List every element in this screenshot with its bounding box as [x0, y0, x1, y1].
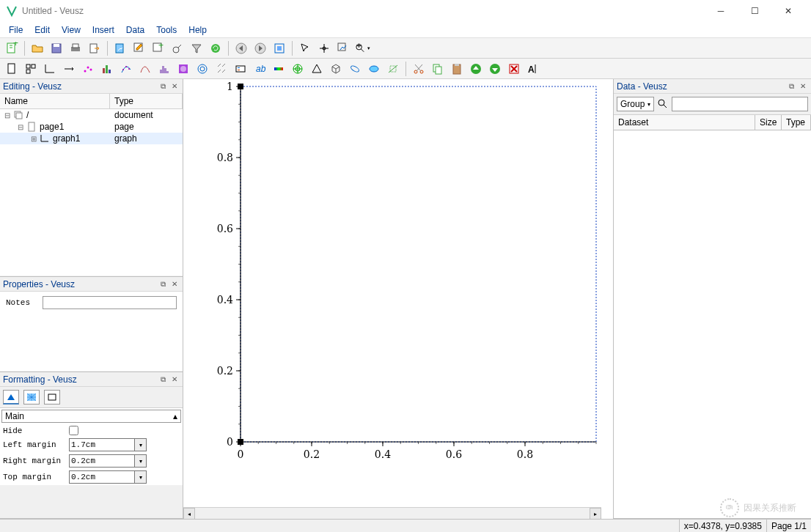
formatting-undock-button[interactable]: ⧉ [158, 374, 168, 385]
add-graph-button[interactable] [41, 60, 59, 78]
import-data-button[interactable] [111, 40, 129, 57]
add-covariance-button[interactable] [346, 60, 364, 78]
zoom-graph-tool[interactable] [334, 40, 352, 57]
select-tool[interactable] [296, 40, 314, 57]
menu-insert[interactable]: Insert [87, 23, 120, 37]
create-data-button[interactable]: + [150, 40, 167, 57]
add-xy-button[interactable] [79, 60, 97, 78]
capture-button[interactable] [169, 40, 186, 57]
prev-page-button[interactable] [232, 40, 250, 57]
right-margin-input[interactable] [69, 454, 135, 468]
tree-toggle[interactable]: ⊞ [29, 135, 38, 143]
add-shape-button[interactable] [365, 60, 383, 78]
data-close-button[interactable]: ✕ [798, 81, 808, 92]
tree-header-name[interactable]: Name [0, 94, 110, 108]
rename-button[interactable]: A [524, 60, 542, 78]
save-button[interactable] [48, 40, 65, 57]
add-histogram-button[interactable] [155, 60, 173, 78]
formatting-section-main[interactable]: Main▴ [1, 410, 181, 423]
tree-row-root[interactable]: ⊟/document [0, 109, 183, 121]
hide-checkbox[interactable] [69, 426, 78, 435]
add-axis-button[interactable] [60, 60, 78, 78]
add-ternary-button[interactable] [308, 60, 326, 78]
scroll-right-button[interactable]: ▸ [590, 508, 601, 519]
add-polar-button[interactable] [289, 60, 307, 78]
plot-canvas[interactable]: 00.20.40.60.800.20.40.60.81 ◂ ▸ [183, 79, 613, 519]
data-panel-title: Data - Veusz [617, 81, 785, 92]
copy-button[interactable] [429, 60, 447, 78]
right-margin-dropdown[interactable]: ▾ [135, 454, 147, 468]
menu-data[interactable]: Data [120, 23, 150, 37]
export-button[interactable] [86, 40, 103, 57]
toolbar-main: + + +▾ [0, 38, 811, 59]
data-table-header: Dataset Size Type [614, 115, 811, 130]
top-margin-dropdown[interactable]: ▾ [135, 470, 147, 484]
data-header-dataset[interactable]: Dataset [614, 115, 755, 130]
scroll-left-button[interactable]: ◂ [183, 508, 195, 519]
open-button[interactable] [29, 40, 46, 57]
left-margin-dropdown[interactable]: ▾ [135, 438, 147, 451]
top-margin-input[interactable] [69, 470, 135, 484]
add-vector-button[interactable] [213, 60, 230, 78]
filter-button[interactable] [188, 40, 205, 57]
paste-button[interactable] [448, 60, 466, 78]
menu-tools[interactable]: Tools [150, 23, 183, 37]
reload-button[interactable] [207, 40, 224, 57]
editing-close-button[interactable]: ✕ [169, 81, 180, 92]
data-header-size[interactable]: Size [755, 115, 782, 130]
menu-file[interactable]: File [3, 23, 29, 37]
edit-data-button[interactable] [131, 40, 148, 57]
minimize-button[interactable]: ─ [704, 0, 738, 22]
add-line-button[interactable] [384, 60, 402, 78]
data-undock-button[interactable]: ⧉ [786, 81, 796, 92]
read-values-tool[interactable] [315, 40, 333, 57]
add-grid-button[interactable] [22, 60, 40, 78]
tree-header-type[interactable]: Type [110, 94, 183, 108]
move-down-button[interactable] [486, 60, 504, 78]
add-page-button[interactable] [3, 60, 21, 78]
menu-view[interactable]: View [56, 23, 87, 37]
notes-input[interactable] [43, 296, 177, 309]
data-header-type[interactable]: Type [782, 115, 811, 130]
tree-toggle[interactable]: ⊟ [3, 111, 12, 119]
add-key-button[interactable] [232, 60, 249, 78]
delete-button[interactable] [505, 60, 523, 78]
maximize-button[interactable]: ☐ [738, 0, 771, 22]
add-label-button[interactable]: ab [251, 60, 268, 78]
formatting-close-button[interactable]: ✕ [169, 374, 180, 385]
formatting-tab-background[interactable] [23, 390, 40, 404]
tree-row-graph1[interactable]: ⊞graph1graph [0, 133, 183, 144]
svg-text:0.2: 0.2 [217, 365, 233, 377]
formatting-tab-main[interactable] [3, 390, 19, 404]
add-bar-button[interactable] [98, 60, 116, 78]
left-margin-input[interactable] [69, 438, 135, 451]
print-button[interactable] [67, 40, 84, 57]
properties-close-button[interactable]: ✕ [169, 279, 180, 289]
tree-toggle[interactable]: ⊟ [16, 123, 25, 131]
move-up-button[interactable] [467, 60, 485, 78]
data-search-input[interactable] [672, 97, 808, 111]
menu-help[interactable]: Help [183, 23, 213, 37]
tree-row-page1[interactable]: ⊟page1page [0, 121, 183, 133]
zoom-menu-button[interactable]: +▾ [353, 40, 371, 57]
cut-button[interactable] [410, 60, 427, 78]
next-page-button[interactable] [252, 40, 269, 57]
properties-undock-button[interactable]: ⧉ [158, 279, 168, 289]
zoom-fit-button[interactable] [271, 40, 288, 57]
svg-point-27 [90, 68, 92, 70]
new-doc-button[interactable]: + [3, 40, 21, 57]
window-controls: ─ ☐ ✕ [704, 0, 805, 22]
horizontal-scrollbar[interactable]: ◂ ▸ [183, 507, 601, 519]
editing-undock-button[interactable]: ⧉ [158, 81, 168, 92]
add-3d-button[interactable] [327, 60, 345, 78]
formatting-tab-border[interactable] [44, 390, 60, 404]
svg-rect-42 [236, 66, 245, 72]
add-image-button[interactable] [175, 60, 192, 78]
data-group-dropdown[interactable]: Group▾ [617, 97, 654, 111]
add-fit-button[interactable] [117, 60, 135, 78]
add-function-button[interactable] [136, 60, 154, 78]
add-colorbar-button[interactable] [270, 60, 287, 78]
menu-edit[interactable]: Edit [29, 23, 56, 37]
add-contour-button[interactable] [194, 60, 211, 78]
close-button[interactable]: ✕ [771, 0, 805, 22]
